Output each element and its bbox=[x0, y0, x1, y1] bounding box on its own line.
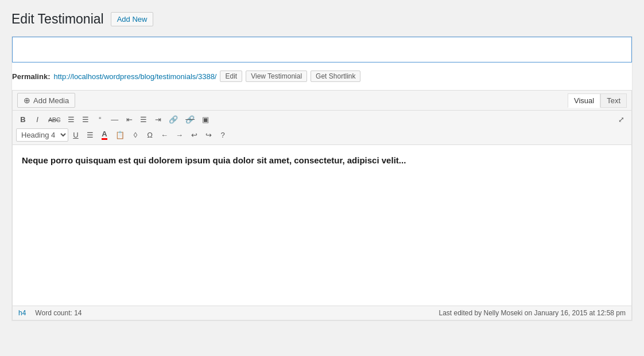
special-char-button[interactable]: Ω bbox=[143, 128, 157, 142]
align-center-icon: ☰ bbox=[140, 115, 147, 124]
special-char-label: Ω bbox=[147, 131, 153, 139]
permalink-label: Permalink: bbox=[12, 72, 50, 81]
bold-button[interactable]: B bbox=[16, 113, 30, 126]
italic-button[interactable]: I bbox=[30, 113, 44, 126]
table-icon: ▣ bbox=[202, 115, 209, 124]
justify-button[interactable]: ☰ bbox=[83, 128, 97, 142]
permalink-shortlink-button[interactable]: Get Shortlink bbox=[311, 71, 360, 82]
add-media-label: Add Media bbox=[33, 96, 69, 105]
fullscreen-button[interactable]: ⤢ bbox=[614, 113, 628, 126]
indent-icon: → bbox=[176, 131, 183, 139]
redo-button[interactable]: ↪ bbox=[201, 128, 215, 142]
align-left-button[interactable]: ⇤ bbox=[122, 113, 136, 126]
clear-format-icon: ◊ bbox=[134, 131, 137, 139]
paste-text-icon: 📋 bbox=[115, 131, 125, 139]
strike-label: ABC bbox=[48, 116, 60, 123]
word-count-value: 14 bbox=[74, 309, 82, 317]
ul-button[interactable]: ☰ bbox=[64, 113, 78, 126]
editor-container: ⊕ Add Media Visual Text B I ABC bbox=[12, 90, 632, 320]
toolbar-row-2: Heading 4 Paragraph Heading 1 Heading 2 … bbox=[16, 127, 628, 142]
link-icon: 🔗 bbox=[169, 115, 178, 124]
text-color-button[interactable]: A bbox=[98, 127, 111, 142]
fullscreen-icon: ⤢ bbox=[618, 115, 624, 124]
page-title: Edit Testimonial bbox=[11, 11, 104, 27]
outdent-button[interactable]: ← bbox=[157, 128, 172, 142]
undo-button[interactable]: ↩ bbox=[187, 128, 201, 142]
add-new-button[interactable]: Add New bbox=[111, 12, 154, 26]
align-right-button[interactable]: ⇥ bbox=[151, 113, 165, 126]
bold-label: B bbox=[20, 115, 25, 124]
ol-button[interactable]: ☰ bbox=[79, 113, 92, 126]
ul-icon: ☰ bbox=[68, 115, 75, 124]
text-color-label: A bbox=[102, 130, 107, 140]
editor-topbar: ⊕ Add Media Visual Text bbox=[13, 91, 631, 111]
page-header: Edit Testimonial Add New bbox=[11, 11, 633, 27]
redo-icon: ↪ bbox=[205, 131, 212, 139]
view-tabs: Visual Text bbox=[568, 93, 627, 108]
editor-wrapper: Permalink: http://localhost/wordpress/bl… bbox=[11, 36, 633, 321]
editor-text: Neque porro quisquam est qui dolorem ips… bbox=[22, 155, 406, 165]
link-button[interactable]: 🔗 bbox=[165, 113, 181, 126]
last-edited: Last edited by Nelly Moseki on January 1… bbox=[439, 309, 626, 317]
editor-toolbar: B I ABC ☰ ☰ “ — bbox=[13, 111, 631, 145]
hr-icon: — bbox=[111, 115, 118, 124]
blockquote-button[interactable]: “ bbox=[93, 114, 107, 126]
permalink-view-button[interactable]: View Testimonial bbox=[246, 71, 307, 82]
tab-text[interactable]: Text bbox=[600, 93, 627, 108]
permalink-url[interactable]: http://localhost/wordpress/blog/testimon… bbox=[53, 72, 216, 81]
outdent-icon: ← bbox=[161, 131, 168, 139]
help-button[interactable]: ? bbox=[216, 128, 230, 142]
underline-button[interactable]: U bbox=[69, 128, 83, 142]
editor-content[interactable]: Neque porro quisquam est qui dolorem ips… bbox=[13, 145, 631, 306]
title-input[interactable] bbox=[12, 37, 632, 62]
blockquote-icon: “ bbox=[99, 116, 101, 124]
table-button[interactable]: ▣ bbox=[199, 113, 212, 126]
permalink-row: Permalink: http://localhost/wordpress/bl… bbox=[12, 67, 632, 85]
current-tag: h4 bbox=[18, 309, 26, 317]
undo-icon: ↩ bbox=[191, 131, 197, 139]
add-media-icon: ⊕ bbox=[24, 96, 30, 105]
heading-select[interactable]: Heading 4 Paragraph Heading 1 Heading 2 … bbox=[16, 128, 68, 142]
italic-label: I bbox=[36, 115, 38, 124]
align-right-icon: ⇥ bbox=[155, 115, 161, 124]
unlink-icon: 🔗 bbox=[185, 115, 195, 124]
clear-format-button[interactable]: ◊ bbox=[129, 128, 142, 142]
ol-icon: ☰ bbox=[82, 115, 89, 124]
permalink-edit-button[interactable]: Edit bbox=[220, 71, 242, 82]
indent-button[interactable]: → bbox=[172, 128, 187, 142]
paste-text-button[interactable]: 📋 bbox=[112, 128, 128, 142]
word-count-label: Word count: bbox=[35, 309, 72, 317]
help-label: ? bbox=[220, 131, 224, 139]
underline-label: U bbox=[73, 131, 78, 139]
unlink-button[interactable]: 🔗 bbox=[182, 113, 198, 126]
tab-visual[interactable]: Visual bbox=[568, 93, 600, 108]
editor-footer: h4 Word count: 14 Last edited by Nelly M… bbox=[13, 306, 631, 320]
align-center-button[interactable]: ☰ bbox=[137, 113, 150, 126]
word-count-area: Word count: 14 bbox=[35, 309, 82, 317]
toolbar-row-1: B I ABC ☰ ☰ “ — bbox=[16, 113, 628, 126]
strikethrough-button[interactable]: ABC bbox=[45, 114, 64, 126]
justify-icon: ☰ bbox=[87, 131, 94, 139]
hr-button[interactable]: — bbox=[107, 113, 122, 126]
align-left-icon: ⇤ bbox=[126, 115, 133, 124]
add-media-button[interactable]: ⊕ Add Media bbox=[17, 93, 75, 108]
